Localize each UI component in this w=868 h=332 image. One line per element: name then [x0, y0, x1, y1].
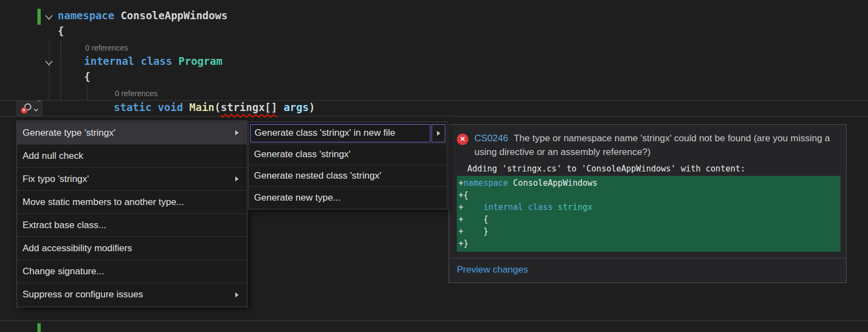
menu-item-change-signature[interactable]: Change signature... — [17, 260, 247, 283]
code-line: namespace ConsoleAppWindows — [58, 9, 228, 21]
preview-flyout-arrow-button[interactable] — [432, 124, 445, 142]
error-message: CS0246The type or namespace name 'string… — [474, 132, 837, 159]
token-error-type[interactable]: stringx[] — [221, 101, 278, 113]
indent-guide — [87, 86, 87, 100]
token-identifier: ConsoleAppWindows — [508, 178, 598, 188]
token-keyword: namespace — [58, 9, 114, 21]
menu-item-fix-typo[interactable]: Fix typo 'stringx' — [17, 168, 247, 191]
menu-item-label: Suppress or configure issues — [23, 289, 235, 300]
token-paren: ) — [309, 101, 315, 113]
submenu-item-label: Generate class 'stringx' in new file — [250, 124, 430, 142]
adding-file-line: Adding 'stringx.cs' to 'ConsoleAppWindow… — [449, 161, 846, 175]
menu-item-extract-base-class[interactable]: Extract base class... — [17, 214, 247, 237]
diff-text: +} — [458, 239, 468, 248]
generate-type-submenu: Generate class 'stringx' in new file Gen… — [248, 121, 447, 209]
token-parameter: args — [284, 101, 309, 113]
diff-preview-block: +namespace ConsoleAppWindows +{ + intern… — [457, 176, 841, 252]
token-method-name: Main — [189, 101, 214, 113]
submenu-item-generate-class-new-file[interactable]: Generate class 'stringx' in new file — [248, 123, 447, 144]
token-identifier: ConsoleAppWindows — [114, 9, 228, 21]
token-keyword: namespace — [463, 178, 508, 188]
submenu-arrow-icon — [235, 130, 239, 136]
code-line: { — [58, 25, 64, 37]
token-keyword: internal class — [84, 55, 172, 67]
editor-divider-line — [0, 320, 868, 321]
diff-line: +{ — [458, 189, 841, 201]
error-text: The type or namespace name 'stringx' cou… — [474, 133, 830, 157]
diff-line: + } — [458, 225, 841, 237]
menu-item-label: Change signature... — [23, 266, 239, 277]
submenu-arrow-icon — [235, 292, 239, 298]
code-line: { — [84, 70, 90, 82]
submenu-arrow-icon — [235, 176, 239, 182]
submenu-item-label: Generate class 'stringx' — [254, 149, 351, 160]
token-paren: ( — [214, 101, 220, 113]
indent-guide — [60, 41, 61, 100]
indent-guide — [49, 41, 49, 100]
menu-item-generate-type[interactable]: Generate type 'stringx' — [17, 121, 247, 145]
lightbulb-icon: ✕ — [21, 103, 31, 114]
code-line: internal class Program — [84, 55, 223, 67]
menu-item-label: Add null check — [23, 151, 239, 162]
token-keyword: internal class — [483, 202, 552, 212]
quick-actions-menu: Generate type 'stringx' Add null check F… — [16, 120, 247, 307]
token-keyword: static void — [114, 101, 189, 113]
menu-item-move-static-members[interactable]: Move static members to another type... — [17, 191, 247, 214]
diff-plus: + — [458, 202, 483, 212]
diff-line: + { — [458, 213, 841, 225]
error-row: ✕ CS0246The type or namespace name 'stri… — [449, 125, 846, 161]
menu-item-add-accessibility-modifiers[interactable]: Add accessibility modifiers — [17, 237, 247, 260]
submenu-item-label: Generate new type... — [254, 192, 341, 203]
preview-changes-link[interactable]: Preview changes — [457, 264, 528, 275]
codelens-references[interactable]: 0 references — [115, 89, 158, 98]
diff-text: + } — [458, 226, 488, 236]
menu-item-label: Generate type 'stringx' — [23, 128, 235, 139]
error-preview-panel: ✕ CS0246The type or namespace name 'stri… — [449, 124, 847, 283]
error-badge-icon: ✕ — [21, 107, 27, 114]
error-icon: ✕ — [457, 134, 468, 145]
diff-text: + { — [458, 214, 488, 224]
token-class-name: Program — [172, 55, 223, 67]
vs-editor-screen: namespace ConsoleAppWindows { 0 referenc… — [0, 0, 868, 332]
menu-item-label: Add accessibility modifiers — [23, 243, 239, 254]
diff-plus: + — [458, 178, 463, 188]
code-line: static void Main(stringx[] args) — [114, 101, 315, 113]
diff-line: +namespace ConsoleAppWindows — [458, 177, 841, 189]
submenu-item-generate-nested-class[interactable]: Generate nested class 'stringx' — [248, 165, 447, 187]
menu-item-label: Fix typo 'stringx' — [23, 174, 235, 185]
git-change-bar — [37, 9, 41, 25]
token-brace: { — [58, 25, 64, 37]
token-class-name: stringx — [553, 202, 593, 212]
menu-item-label: Move static members to another type... — [23, 197, 239, 208]
diff-line: + internal class stringx — [458, 201, 841, 213]
diff-line: +} — [458, 237, 841, 250]
menu-item-suppress-or-configure[interactable]: Suppress or configure issues — [17, 283, 247, 306]
submenu-item-label: Generate nested class 'stringx' — [254, 170, 381, 181]
quick-actions-button[interactable]: ✕ — [16, 101, 42, 116]
submenu-item-generate-class[interactable]: Generate class 'stringx' — [248, 144, 447, 165]
error-code[interactable]: CS0246 — [474, 133, 508, 143]
menu-item-label: Extract base class... — [23, 220, 239, 231]
collapse-chevron-icon[interactable] — [45, 13, 53, 23]
diff-text: +{ — [458, 190, 468, 200]
token-space — [277, 101, 283, 113]
submenu-item-generate-new-type[interactable]: Generate new type... — [248, 187, 447, 208]
panel-footer: Preview changes — [449, 258, 846, 281]
token-brace: { — [84, 70, 90, 82]
git-change-bar — [37, 323, 41, 332]
menu-item-add-null-check[interactable]: Add null check — [17, 145, 247, 168]
codelens-references[interactable]: 0 references — [85, 43, 128, 52]
chevron-down-icon — [34, 104, 38, 114]
